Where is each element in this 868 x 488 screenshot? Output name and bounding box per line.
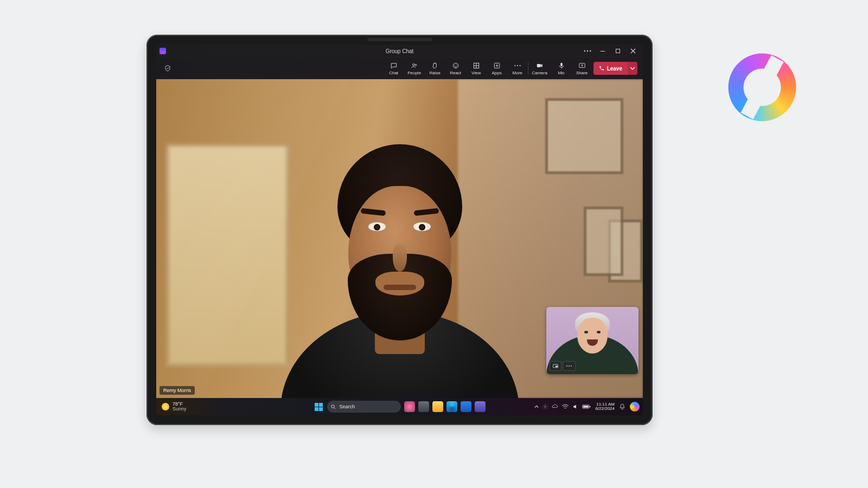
bg-frame: [545, 98, 624, 174]
share-label: Share: [576, 71, 588, 75]
view-grid-icon: [472, 61, 481, 70]
svg-point-12: [514, 65, 515, 66]
device-camera-notch: [367, 38, 432, 41]
camera-icon: [535, 61, 544, 70]
svg-point-14: [519, 65, 520, 66]
more-ellipsis-icon: [513, 61, 522, 70]
tray-wifi-icon: [561, 404, 569, 409]
primary-participant-video: [302, 134, 497, 394]
taskbar-app-store[interactable]: [461, 401, 471, 412]
taskbar-copilot-button[interactable]: [630, 402, 640, 412]
svg-point-8: [454, 65, 455, 65]
apps-button[interactable]: Apps: [489, 61, 505, 75]
chat-button[interactable]: Chat: [386, 61, 402, 75]
tray-settings-icon: [542, 403, 548, 410]
taskbar-app-widgets[interactable]: [404, 401, 415, 412]
taskbar-app-teams[interactable]: [475, 401, 486, 412]
svg-point-13: [517, 65, 518, 66]
search-icon: [330, 404, 336, 410]
taskbar-search[interactable]: Search: [327, 401, 401, 413]
svg-point-22: [571, 365, 572, 367]
taskbar-app-taskview[interactable]: [418, 401, 429, 412]
people-label: People: [407, 71, 421, 75]
main-video-area: Remy Morris: [156, 79, 643, 398]
window-minimize-button[interactable]: [595, 44, 610, 57]
shield-check-icon[interactable]: [162, 62, 174, 74]
self-view-pip[interactable]: [546, 307, 639, 374]
svg-point-5: [412, 64, 414, 66]
svg-point-0: [584, 50, 585, 52]
clock-date: 6/22/2024: [595, 407, 615, 411]
window-title: Group Chat: [156, 48, 643, 54]
view-button[interactable]: View: [468, 61, 484, 75]
svg-point-21: [569, 365, 570, 367]
svg-point-1: [587, 50, 588, 52]
bg-frame: [584, 207, 623, 276]
windows-taskbar: 78°F Sunny Search: [156, 398, 643, 415]
taskbar-app-edge[interactable]: [446, 401, 457, 412]
taskbar-clock[interactable]: 11:11 AM 6/22/2024: [595, 402, 615, 411]
tray-notifications-icon[interactable]: [619, 403, 626, 410]
react-label: React: [450, 71, 461, 75]
camera-button[interactable]: Camera: [531, 61, 549, 75]
svg-point-24: [545, 406, 546, 408]
view-label: View: [471, 71, 481, 75]
window-maximize-button[interactable]: [610, 44, 626, 57]
window-titlebar: Group Chat: [156, 44, 643, 58]
leave-button[interactable]: Leave: [593, 62, 628, 75]
mic-button[interactable]: Mic: [553, 61, 570, 75]
svg-rect-15: [537, 64, 540, 67]
toolbar-group-left: Chat People Raise: [386, 61, 526, 75]
react-emoji-icon: [451, 61, 460, 70]
more-label: More: [513, 71, 522, 75]
svg-point-6: [415, 64, 417, 66]
chat-icon: [390, 61, 398, 70]
participant-name-chip: Remy Morris: [159, 386, 195, 395]
taskbar-center: Search: [314, 401, 486, 413]
leave-dropdown[interactable]: [628, 62, 637, 75]
raise-hand-button[interactable]: Raise: [427, 61, 443, 75]
chat-label: Chat: [389, 71, 398, 75]
svg-point-23: [331, 404, 334, 408]
svg-rect-27: [590, 406, 591, 407]
camera-label: Camera: [532, 71, 547, 75]
more-button[interactable]: More: [509, 61, 526, 75]
pip-more-button[interactable]: [563, 361, 576, 371]
taskbar-app-explorer[interactable]: [432, 401, 443, 412]
svg-rect-4: [616, 49, 620, 53]
apps-label: Apps: [492, 71, 502, 75]
svg-rect-16: [560, 63, 563, 66]
svg-point-20: [566, 365, 567, 367]
start-button[interactable]: [314, 402, 324, 412]
weather-sun-icon: [162, 403, 169, 410]
copilot-logo: [722, 47, 803, 128]
taskbar-weather-widget[interactable]: 78°F Sunny: [156, 402, 192, 412]
pip-effects-button[interactable]: [550, 361, 561, 371]
system-tray[interactable]: [534, 403, 591, 410]
mic-label: Mic: [558, 71, 564, 75]
windows-logo-icon: [315, 403, 323, 411]
raise-label: Raise: [429, 71, 440, 75]
leave-split-button[interactable]: Leave: [593, 62, 637, 75]
share-screen-icon: [578, 61, 586, 70]
svg-point-9: [456, 65, 457, 65]
svg-rect-26: [583, 406, 589, 408]
people-button[interactable]: People: [406, 61, 423, 75]
teams-app-icon: [159, 48, 166, 54]
svg-point-2: [590, 50, 591, 52]
bg-window: [166, 143, 289, 367]
chevron-down-icon: [630, 66, 635, 71]
raise-hand-icon: [431, 61, 439, 70]
search-placeholder: Search: [340, 404, 355, 409]
screen: Group Chat: [156, 44, 643, 415]
tray-battery-icon: [582, 404, 591, 409]
taskbar-right: 11:11 AM 6/22/2024: [534, 402, 640, 412]
svg-rect-19: [556, 366, 558, 368]
leave-label: Leave: [607, 66, 622, 72]
share-button[interactable]: Share: [574, 61, 590, 75]
toolbar-separator: [528, 62, 528, 75]
window-close-button[interactable]: [626, 44, 641, 57]
titlebar-more-button[interactable]: [580, 44, 595, 57]
mic-icon: [557, 61, 566, 70]
react-button[interactable]: React: [448, 61, 464, 75]
